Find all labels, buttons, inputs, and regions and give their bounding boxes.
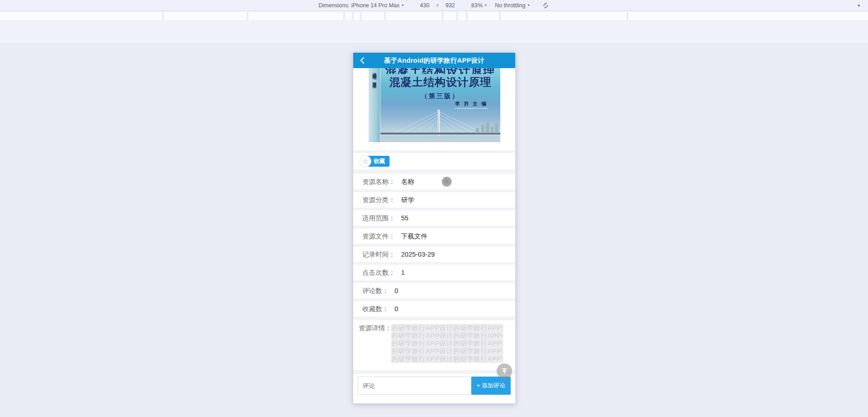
page-title: 基于Android的研学旅行APP设计 (384, 56, 485, 65)
star-icon: ☆ (360, 155, 371, 167)
grid-cell (362, 11, 384, 21)
chevron-down-icon: ▾ (402, 4, 404, 7)
resource-image-section: 设计原理(第三版) 混凝土结构设计原理 混凝土结构设计原理 （第三版） 李 乔 … (353, 68, 515, 150)
field-row-name: 资源名称： 名称 (353, 174, 515, 189)
grid-cell (628, 11, 868, 21)
dimensions-label: Dimensions: (318, 2, 350, 9)
field-label: 资源名称： (362, 178, 395, 186)
back-to-top-button[interactable] (497, 363, 512, 379)
grid-cell (468, 11, 499, 21)
app-header: 基于Android的研学旅行APP设计 (353, 53, 515, 68)
watermark-line: 的研学旅行APP设计的研学旅行APP设计 (391, 332, 503, 340)
dimensions-multiply-sign: × (436, 2, 439, 9)
back-button[interactable] (358, 56, 367, 65)
field-row-scope: 适用范围： 55 (353, 210, 515, 226)
throttling-selector[interactable]: No throttling ▾ (495, 2, 529, 9)
device-selector[interactable]: Dimensions: iPhone 14 Pro Max ▾ (318, 2, 404, 9)
field-label: 点击次数： (362, 268, 395, 277)
details-watermark-box: 的研学旅行APP设计的研学旅行APP设计 的研学旅行APP设计的研学旅行APP设… (391, 324, 503, 363)
field-label: 记录时间： (362, 250, 395, 259)
touch-indicator (442, 177, 452, 187)
device-viewport: 基于Android的研学旅行APP设计 设计原理(第三版) 混凝土结构设计原理 … (353, 53, 515, 403)
field-value: 0 (395, 305, 398, 313)
download-file-link[interactable]: 下载文件 (401, 232, 428, 241)
viewport-width-input[interactable]: 430 (420, 2, 429, 9)
grid-cell (248, 11, 343, 21)
field-value: 2025-03-29 (401, 251, 435, 258)
grid-cell (444, 11, 456, 21)
background-line (0, 41, 868, 42)
grid-cell (345, 11, 352, 21)
watermark-line: 的研学旅行APP设计的研学旅行APP设计 (391, 324, 503, 332)
field-label: 适用范围： (362, 214, 395, 223)
field-row-date: 记录时间： 2025-03-29 (353, 247, 515, 262)
grid-cell (458, 11, 466, 21)
arrow-up-to-line-icon (501, 367, 508, 375)
field-value: 1 (401, 269, 405, 276)
watermark-line: 的研学旅行APP设计的研学旅行APP设计 (391, 355, 503, 363)
field-value: 研学 (401, 196, 414, 204)
field-row-comments: 评论数： 0 (353, 283, 515, 298)
bridge-illustration (380, 109, 500, 142)
field-value: 名称 (401, 178, 414, 186)
grid-cell (354, 11, 360, 21)
watermark-line: 的研学旅行APP设计的研学旅行APP设计 (391, 348, 503, 355)
chevron-left-icon (360, 57, 365, 64)
add-comment-button[interactable]: + 添加评论 (471, 377, 511, 395)
book-spine: 设计原理(第三版) (369, 68, 380, 142)
chevron-down-icon: ▾ (485, 4, 487, 7)
field-label: 收藏数： (362, 305, 389, 313)
book-edition: （第三版） (380, 92, 500, 100)
field-row-file: 资源文件： 下载文件 (353, 228, 515, 244)
watermark-line: 的研学旅行APP设计的研学旅行APP设计 (391, 340, 503, 348)
field-row-category: 资源分类： 研学 (353, 192, 515, 208)
field-label: 评论数： (362, 287, 389, 295)
comment-section: + 添加评论 (353, 374, 515, 403)
book-author: 李 乔 主 编 (455, 101, 488, 109)
book-title: 混凝土结构设计原理 (380, 75, 500, 89)
field-value: 0 (395, 287, 398, 294)
background-band (0, 21, 868, 41)
book-cover-image[interactable]: 设计原理(第三版) 混凝土结构设计原理 混凝土结构设计原理 （第三版） 李 乔 … (369, 68, 500, 142)
favorite-row: ☆ 收藏 (353, 153, 515, 169)
details-label: 资源详情： (359, 324, 392, 333)
field-value: 55 (401, 214, 409, 222)
field-row-favorites: 收藏数： 0 (353, 301, 515, 317)
background-grid-strip (0, 11, 868, 21)
grid-cell (501, 11, 626, 21)
zoom-selector[interactable]: 83% ▾ (471, 2, 487, 9)
grid-cell (0, 11, 162, 21)
devtools-device-toolbar: Dimensions: iPhone 14 Pro Max ▾ 430 × 93… (0, 0, 868, 11)
field-label: 资源文件： (362, 232, 395, 241)
chevron-down-icon: ▾ (528, 4, 530, 7)
resource-details-section: 资源详情： 的研学旅行APP设计的研学旅行APP设计 的研学旅行APP设计的研学… (353, 320, 515, 370)
field-row-clicks: 点击次数： 1 (353, 265, 515, 280)
more-options-icon[interactable]: ▾ (858, 3, 860, 8)
grid-cell (386, 11, 442, 21)
rotate-device-icon[interactable] (542, 1, 550, 10)
device-name: iPhone 14 Pro Max (351, 2, 399, 9)
field-label: 资源分类： (362, 196, 395, 204)
viewport-height-input[interactable]: 932 (445, 2, 455, 9)
comment-input[interactable] (358, 377, 472, 395)
grid-cell (164, 11, 247, 21)
cropped-text-row: 混凝土结构设计原理 (380, 68, 500, 74)
